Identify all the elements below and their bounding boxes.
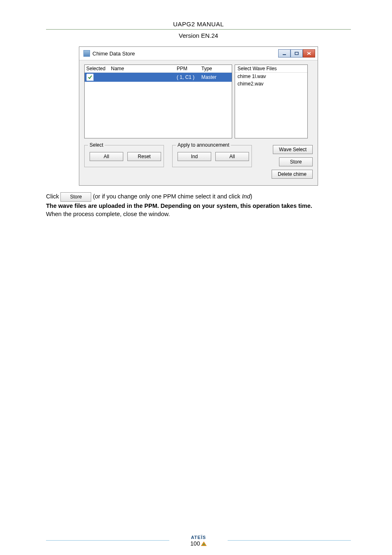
footer-rule-left [46, 540, 169, 541]
apply-buttons: Ind All [178, 152, 247, 161]
app-icon [83, 50, 90, 57]
text-paren: ) [250, 193, 252, 200]
dialog-titlebar: Chime Data Store [79, 47, 318, 60]
ppm-list[interactable]: Selected Name PPM Type ( 1, C1 ) [84, 64, 232, 138]
checkbox-checked-icon [86, 74, 94, 81]
wave-files-list[interactable]: Select Wave Files chime 1l.wav chime2.wa… [235, 64, 308, 138]
bottom-controls: Select All Reset Apply to announcement I… [84, 145, 313, 179]
wave-select-button[interactable]: Wave Select [273, 145, 313, 154]
dialog-chime-data-store: Chime Data Store Selected Name [79, 46, 318, 186]
col-ppm: PPM [177, 66, 201, 71]
instruction-text: Click Store (or if you change only one P… [46, 192, 351, 218]
page-number: 100 [190, 540, 206, 547]
apply-group: Apply to announcement Ind All [172, 145, 252, 167]
page-number-value: 100 [190, 540, 200, 547]
row-ppm: ( 1, C1 ) [177, 74, 201, 80]
text-ind: Ind [242, 193, 250, 200]
page-header-title: UAPG2 MANUAL [46, 21, 351, 30]
select-buttons: All Reset [90, 152, 159, 161]
side-actions: Wave Select Store Delete chime [272, 145, 313, 179]
wave-item[interactable]: chime 1l.wav [235, 73, 307, 80]
maximize-icon [295, 52, 299, 55]
minimize-button[interactable] [278, 49, 291, 58]
brand-logo: ATEÏS [191, 535, 206, 540]
wave-item[interactable]: chime2.wav [235, 80, 307, 88]
text-after-store: (or if you change only one PPM chime sel… [93, 193, 242, 200]
dialog-title: Chime Data Store [92, 51, 135, 57]
ppm-list-header: Selected Name PPM Type [85, 65, 232, 73]
page-footer: ATEÏS 100 [46, 535, 351, 547]
footer-row: ATEÏS 100 [46, 535, 351, 547]
footer-mid: ATEÏS 100 [174, 535, 223, 547]
text-bold-line: The wave files are uploaded in the PPM. … [46, 203, 312, 209]
text-final-line: When the process complete, close the win… [46, 211, 170, 217]
col-type: Type [201, 66, 230, 71]
text-click: Click [46, 193, 60, 200]
col-name: Name [111, 66, 177, 71]
col-selected: Selected [86, 66, 111, 71]
minimize-icon [282, 52, 286, 55]
select-all-button[interactable]: All [90, 152, 123, 161]
svg-rect-1 [295, 52, 298, 55]
svg-rect-0 [283, 54, 286, 55]
titlebar-left: Chime Data Store [83, 50, 135, 57]
delete-chime-button[interactable]: Delete chime [272, 170, 313, 179]
window-controls [278, 49, 315, 58]
apply-group-title: Apply to announcement [176, 142, 231, 148]
apply-ind-button[interactable]: Ind [178, 152, 211, 161]
store-button[interactable]: Store [279, 157, 313, 166]
triangle-icon [201, 541, 207, 546]
page-header-version: Version EN.24 [46, 32, 351, 39]
select-group: Select All Reset [84, 145, 164, 167]
dialog-body: Selected Name PPM Type ( 1, C1 ) [79, 60, 318, 185]
maximize-button[interactable] [291, 49, 303, 58]
document-page: UAPG2 MANUAL Version EN.24 Chime Data St… [0, 0, 392, 555]
ppm-row[interactable]: ( 1, C1 ) Master [85, 73, 232, 82]
row-type: Master [201, 74, 230, 80]
apply-all-button[interactable]: All [215, 152, 249, 161]
close-icon [307, 52, 311, 55]
footer-rule-right [228, 540, 351, 541]
close-button[interactable] [303, 49, 315, 58]
row-checkbox-cell[interactable] [86, 74, 111, 81]
wave-list-header: Select Wave Files [235, 65, 307, 73]
lists-row: Selected Name PPM Type ( 1, C1 ) [84, 64, 313, 138]
select-reset-button[interactable]: Reset [127, 152, 161, 161]
inline-store-button: Store [60, 192, 91, 202]
select-group-title: Select [88, 142, 105, 148]
